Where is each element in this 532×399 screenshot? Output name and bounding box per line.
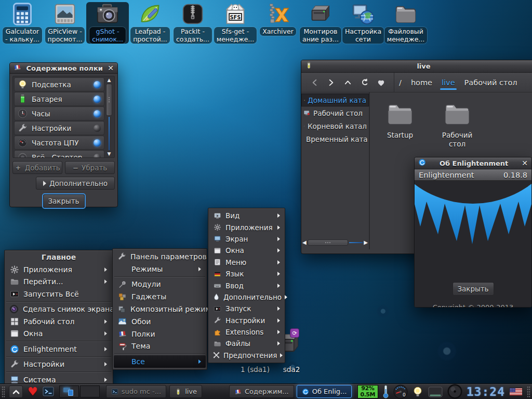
- taskbar-task-1[interactable]: sudo mc -...: [106, 385, 166, 398]
- heart-icon[interactable]: ♥: [28, 386, 38, 397]
- menu-item[interactable]: Приложения: [6, 263, 112, 276]
- mixer-knob-icon[interactable]: [447, 384, 462, 399]
- desktop-icon-sfs-get[interactable]: SFSSfs-get -менедже...: [214, 2, 257, 44]
- terminal-icon[interactable]: [42, 385, 55, 398]
- hscrollbar-thumb[interactable]: [308, 240, 348, 246]
- desktop-icon-galculator[interactable]: Galculator- кальку...: [1, 2, 44, 44]
- menu-item[interactable]: Экран: [209, 233, 284, 245]
- shelf-list-scrollbar[interactable]: ▲ ▼: [105, 77, 113, 156]
- breadcrumb-root[interactable]: /: [394, 73, 406, 92]
- file-item[interactable]: Рабочий стол: [437, 100, 477, 149]
- shelf-gadget-row[interactable]: Всё - Стартер: [14, 150, 104, 158]
- menu-item[interactable]: Extensions: [209, 326, 284, 338]
- sidebar-place-item[interactable]: Рабочий стол: [301, 107, 369, 119]
- up-icon[interactable]: [343, 78, 352, 87]
- menu-item[interactable]: Полки: [114, 328, 206, 340]
- menu-item[interactable]: Запустить Всё: [6, 288, 112, 300]
- back-icon[interactable]: [310, 78, 319, 87]
- shelf-gadget-row[interactable]: Частота ЦПУ: [14, 136, 104, 150]
- file-item[interactable]: Startup: [380, 100, 420, 140]
- desktop-icon-xarchiver[interactable]: Xarchiver: [257, 2, 299, 44]
- breadcrumb-item[interactable]: live: [437, 73, 460, 92]
- desktop-icon-mount-partitions[interactable]: Монтирование раз...: [299, 2, 342, 44]
- drive-label-sda2[interactable]: sda2: [274, 365, 309, 374]
- scroll-up-icon[interactable]: ▲: [108, 77, 111, 83]
- menu-item[interactable]: Enlightenment: [6, 343, 112, 355]
- forward-icon[interactable]: [326, 78, 336, 87]
- menu-item[interactable]: Предпочтения: [209, 350, 284, 361]
- network-monitor[interactable]: 92% 0.5M: [357, 385, 378, 398]
- scroll-down-icon[interactable]: ▼: [108, 151, 111, 156]
- keyboard-layout-flag-us[interactable]: [509, 388, 523, 396]
- taskbar-grip-right[interactable]: [527, 386, 530, 397]
- menu-item[interactable]: Вид: [209, 210, 284, 221]
- cpu-frequency-gauge[interactable]: 0: [393, 384, 408, 399]
- close-icon[interactable]: ✕: [108, 64, 114, 72]
- favorites-icon[interactable]: [376, 78, 385, 87]
- about-close-button[interactable]: Закрыть: [453, 282, 494, 296]
- backlight-bulb-icon[interactable]: [412, 386, 423, 397]
- about-dialog-titlebar[interactable]: Об Enlightenment ✕: [415, 157, 531, 169]
- breadcrumb-item[interactable]: Рабочий стол: [460, 73, 522, 92]
- sidebar-place-item[interactable]: Домашний ката: [301, 94, 369, 107]
- add-button[interactable]: ＋ Добавить: [12, 161, 62, 174]
- desktop-icon-gshot[interactable]: gShot -снимок...: [86, 2, 129, 44]
- menu-item[interactable]: Режимы: [114, 263, 206, 275]
- advanced-button[interactable]: Дополнительно: [36, 177, 115, 190]
- close-icon[interactable]: ✕: [522, 159, 528, 167]
- drive-label-sda1[interactable]: 1 (sda1): [230, 365, 280, 374]
- menu-item[interactable]: Гаджеты: [114, 290, 206, 303]
- desktop-icon-gpicview[interactable]: GPicView -просмот...: [44, 2, 86, 44]
- taskbar-task-3[interactable]: Содержим...: [229, 385, 294, 398]
- start-menu-button[interactable]: [9, 385, 23, 398]
- menu-item[interactable]: Все: [114, 355, 206, 368]
- menu-item[interactable]: Запуск: [209, 303, 284, 314]
- scrollbar-thumb[interactable]: [106, 84, 112, 116]
- sidebar-hscrollbar[interactable]: ◀▶: [302, 239, 368, 246]
- menu-item[interactable]: Окна: [6, 328, 112, 340]
- close-button[interactable]: Закрыть: [43, 194, 85, 208]
- menu-item[interactable]: Рабочий стол: [6, 315, 112, 328]
- menu-item[interactable]: Язык: [209, 268, 284, 280]
- shelf-gadget-row[interactable]: Часы: [14, 107, 104, 121]
- refresh-icon[interactable]: [360, 78, 369, 87]
- shelf-gadget-row[interactable]: Батарея: [14, 92, 104, 106]
- taskbar-task-4[interactable]: Об Enlig...: [297, 385, 352, 398]
- menu-item[interactable]: Сделать снимок экрана: [6, 303, 112, 316]
- menu-item[interactable]: Файлы: [209, 338, 284, 349]
- pager-desktop-2[interactable]: [80, 385, 100, 397]
- shelf-gadget-row[interactable]: Настройки: [14, 121, 104, 135]
- sidebar-place-item[interactable]: Временный ката: [301, 132, 369, 145]
- desktop-icon-network-setup[interactable]: Настройкасети: [342, 2, 384, 44]
- clock[interactable]: 13:24: [467, 385, 505, 398]
- menu-item[interactable]: Окна: [209, 245, 284, 256]
- sidebar-place-item[interactable]: Корневой катал: [301, 119, 369, 132]
- menu-item[interactable]: Панель параметров: [114, 250, 206, 263]
- taskbar-grip-left[interactable]: [2, 386, 5, 397]
- menu-item[interactable]: Приложения: [209, 221, 284, 233]
- menu-item[interactable]: Модули: [114, 278, 206, 291]
- shelf-gadget-row[interactable]: Подсветка: [14, 77, 104, 91]
- menu-item[interactable]: Дополнительно: [209, 291, 284, 303]
- battery-indicator[interactable]: [428, 385, 443, 398]
- taskbar-task-2[interactable]: live: [169, 385, 202, 398]
- scroll-right-icon[interactable]: ▶: [364, 240, 368, 246]
- menu-item[interactable]: Композитный режим: [114, 303, 206, 315]
- menu-item[interactable]: Тема: [114, 340, 206, 353]
- menu-item[interactable]: Обои: [114, 315, 206, 328]
- pager-desktop-1[interactable]: [59, 385, 79, 397]
- menu-item[interactable]: Настройки: [6, 358, 112, 371]
- desktop-icon-packit[interactable]: PackIt -создать...: [171, 2, 214, 44]
- shelf-window-titlebar[interactable]: Содержимое полки ✕: [10, 63, 117, 74]
- menu-item[interactable]: Перейти...: [6, 276, 112, 288]
- temperature-icon[interactable]: [382, 385, 389, 398]
- menu-item[interactable]: Ввод: [209, 280, 284, 291]
- breadcrumb-item[interactable]: home: [406, 73, 437, 92]
- menu-item[interactable]: Меню: [209, 257, 284, 268]
- remove-button[interactable]: − Убрать: [65, 161, 115, 174]
- menu-item[interactable]: Настройки: [209, 315, 284, 326]
- file-manager-titlebar[interactable]: live: [301, 60, 532, 73]
- desktop-icon-file-manager[interactable]: Файловыйменедже...: [384, 2, 427, 44]
- scroll-left-icon[interactable]: ◀: [302, 240, 307, 246]
- desktop-icon-leafpad[interactable]: Leafpad -простой...: [129, 2, 171, 44]
